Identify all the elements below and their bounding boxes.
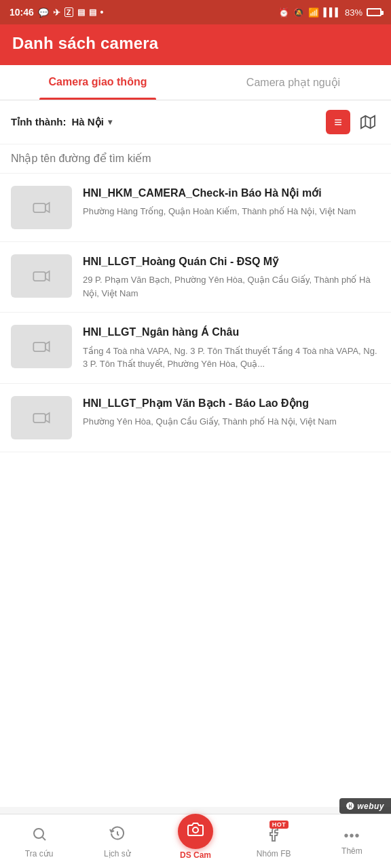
dot-icon: •: [100, 7, 104, 18]
nav-item-more[interactable]: ••• Thêm: [313, 823, 391, 856]
camera-item-3[interactable]: HNI_LLGT_Ngân hàng Á Châu Tầng 4 Toà nhà…: [0, 313, 391, 383]
battery-icon: [367, 8, 381, 16]
camera-name-1: HNI_HKM_CAMERA_Check-in Báo Hà Nội mới: [83, 186, 380, 201]
sim2-icon: ▤: [89, 7, 96, 17]
nav-nhomfb-label: Nhóm FB: [257, 849, 291, 859]
camera-icon: [32, 198, 51, 217]
camera-info-4: HNI_LLGT_Phạm Văn Bạch - Báo Lao Động Ph…: [83, 396, 380, 429]
search-input[interactable]: [11, 153, 380, 165]
search-bar: [0, 144, 391, 174]
nav-item-history[interactable]: Lịch sử: [78, 821, 156, 859]
chevron-down-icon: ▾: [108, 117, 112, 127]
time: 10:46: [10, 7, 34, 18]
webuy-logo-icon: 🅦 webuy: [346, 802, 384, 811]
svg-rect-9: [33, 414, 45, 422]
messenger-icon: 💬: [38, 7, 49, 18]
camera-info-3: HNI_LLGT_Ngân hàng Á Châu Tầng 4 Toà nhà…: [83, 325, 380, 370]
camera-info-2: HNI_LLGT_Hoàng Quán Chi - ĐSQ Mỹ 29 P. P…: [83, 254, 380, 300]
map-icon: [360, 115, 375, 130]
camera-address-4: Phường Yên Hòa, Quận Cầu Giấy, Thành phố…: [83, 415, 380, 429]
mute-icon: 🔕: [293, 7, 304, 18]
camera-item-2[interactable]: HNI_LLGT_Hoàng Quán Chi - ĐSQ Mỹ 29 P. P…: [0, 242, 391, 313]
signal-icon: ▌▌▌: [323, 7, 341, 17]
camera-thumb-2: [11, 254, 72, 298]
filter-label: Tỉnh thành:: [11, 116, 66, 128]
camera-name-4: HNI_LLGT_Phạm Văn Bạch - Báo Lao Động: [83, 396, 380, 411]
search-nav-icon: [31, 826, 48, 846]
province-selector[interactable]: Tỉnh thành: Hà Nội ▾: [11, 116, 112, 128]
content-area: Camera giao thông Camera phạt nguội Tỉnh…: [0, 65, 391, 807]
camera-info-1: HNI_HKM_CAMERA_Check-in Báo Hà Nội mới P…: [83, 186, 380, 218]
nav-more-label: Thêm: [341, 846, 362, 856]
app-title: Danh sách camera: [12, 34, 158, 52]
camera-nav-icon: [187, 821, 204, 842]
nhomfb-nav-icon: [265, 829, 282, 846]
nhomfb-wrapper: HOT: [265, 826, 282, 846]
nav-item-nhomfb[interactable]: HOT Nhóm FB: [235, 821, 313, 859]
svg-marker-8: [45, 342, 50, 351]
svg-marker-0: [361, 116, 375, 128]
telegram-icon: ✈: [53, 7, 60, 18]
bottom-nav: Tra cứu Lịch sử DS Cam: [0, 814, 391, 868]
camera-thumb-1: [11, 186, 72, 229]
nav-history-label: Lịch sử: [104, 849, 131, 859]
map-view-button[interactable]: [356, 110, 380, 134]
status-bar: 10:46 💬 ✈ Z ▤ ▤ • ⏰ 🔕 📶 ▌▌▌ 83%: [0, 0, 391, 24]
hot-badge: HOT: [269, 821, 289, 829]
camera-item-1[interactable]: HNI_HKM_CAMERA_Check-in Báo Hà Nội mới P…: [0, 174, 391, 242]
svg-point-11: [34, 829, 43, 838]
camera-icon: [32, 408, 51, 427]
svg-rect-7: [33, 343, 45, 352]
view-toggle: ≡: [326, 110, 380, 134]
svg-rect-3: [33, 203, 45, 212]
camera-address-1: Phường Hàng Trống, Quận Hoàn Kiếm, Thành…: [83, 205, 380, 218]
camera-name-3: HNI_LLGT_Ngân hàng Á Châu: [83, 325, 380, 340]
sim-icon: ▤: [77, 7, 85, 17]
svg-rect-5: [33, 272, 45, 281]
alarm-icon: ⏰: [278, 7, 289, 18]
wifi-icon: 📶: [308, 7, 319, 18]
battery-text: 83%: [345, 7, 362, 18]
svg-marker-4: [45, 203, 50, 212]
svg-point-13: [193, 827, 198, 833]
camera-icon: [32, 267, 51, 285]
nav-item-search[interactable]: Tra cứu: [0, 821, 78, 859]
filter-row: Tỉnh thành: Hà Nội ▾ ≡: [0, 100, 391, 144]
camera-address-2: 29 P. Phạm Văn Bạch, Phường Yên Hòa, Quậ…: [83, 273, 380, 300]
status-time: 10:46 💬 ✈ Z ▤ ▤ •: [10, 7, 103, 18]
camera-thumb-4: [11, 396, 72, 439]
more-nav-icon: •••: [343, 828, 360, 844]
tabs: Camera giao thông Camera phạt nguội: [0, 65, 391, 100]
nav-search-label: Tra cứu: [25, 849, 54, 859]
camera-list: HNI_HKM_CAMERA_Check-in Báo Hà Nội mới P…: [0, 174, 391, 452]
camera-thumb-3: [11, 325, 72, 368]
tab-penalty[interactable]: Camera phạt nguội: [196, 65, 391, 100]
webuy-watermark: 🅦 webuy: [339, 798, 391, 814]
nav-dscam-label: DS Cam: [180, 850, 211, 860]
history-nav-icon: [109, 826, 126, 846]
camera-item-4[interactable]: HNI_LLGT_Phạm Văn Bạch - Báo Lao Động Ph…: [0, 384, 391, 452]
tab-traffic[interactable]: Camera giao thông: [0, 65, 196, 100]
nav-cam-circle: [178, 814, 213, 849]
camera-address-3: Tầng 4 Toà nhà VAPA, Ng. 3 P. Tôn Thất t…: [83, 344, 380, 371]
zalo-icon: Z: [64, 7, 73, 17]
status-icons: ⏰ 🔕 📶 ▌▌▌ 83%: [278, 7, 381, 18]
filter-value: Hà Nội: [71, 116, 103, 128]
list-view-button[interactable]: ≡: [326, 110, 350, 134]
camera-name-2: HNI_LLGT_Hoàng Quán Chi - ĐSQ Mỹ: [83, 254, 380, 269]
nav-item-dscam[interactable]: DS Cam: [156, 808, 234, 860]
app-header: Danh sách camera: [0, 24, 391, 65]
svg-marker-10: [45, 413, 50, 422]
svg-marker-6: [45, 271, 50, 281]
svg-line-12: [42, 837, 45, 840]
camera-icon: [32, 337, 51, 356]
